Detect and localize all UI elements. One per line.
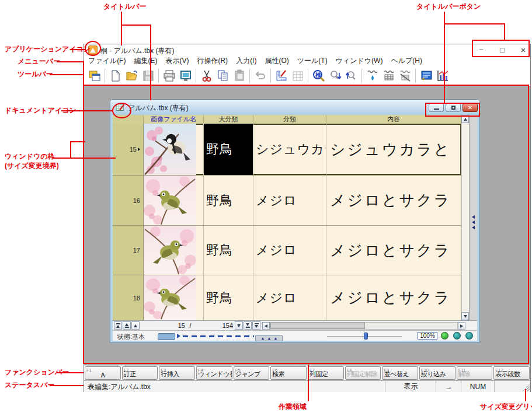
pointer-line — [444, 23, 505, 24]
status-text: 表編集:アルバム.tbx — [88, 382, 151, 392]
view-mode-cell: 表示 — [385, 381, 436, 392]
copy-icon[interactable] — [215, 68, 231, 83]
toolbar-separator — [415, 69, 416, 83]
highlight-box-document-buttons — [425, 103, 480, 117]
pointer-line — [121, 12, 122, 46]
menu-item-row-ops[interactable]: 行操作(R) — [197, 56, 228, 66]
pointer-line — [525, 389, 526, 401]
toolbar-separator — [158, 69, 159, 83]
fkey-f4[interactable]: F4ウィンドウ替 — [196, 366, 232, 380]
pointer-line — [83, 61, 84, 85]
find-prev-icon[interactable] — [343, 68, 359, 83]
pointer-line — [57, 61, 84, 62]
annotation-title-bar: タイトルバー — [103, 2, 146, 10]
fkey-f1[interactable]: F1A — [85, 366, 121, 380]
toolbar-separator — [249, 69, 250, 83]
empty-cell — [494, 381, 515, 392]
paste-icon[interactable] — [231, 68, 247, 83]
fkey-f11: F11解除 — [457, 366, 493, 380]
fkey-f2[interactable]: F2訂正 — [122, 366, 158, 380]
open-folder-icon[interactable] — [124, 68, 140, 83]
menu-item-file[interactable]: ファイル(F) — [88, 56, 126, 66]
screenshot-canvas: 桐 - アルバム.tbx (専有) − □ × ファイル(F) 編集(E) 表示… — [0, 0, 532, 413]
annotation-window-frame-2: (サイズ変更境界) — [5, 162, 59, 170]
search-kanji: 検 — [315, 72, 322, 78]
fkey-f5[interactable]: F5ジャンプ — [234, 366, 270, 380]
new-file-icon[interactable] — [107, 68, 123, 83]
undo-icon[interactable] — [252, 68, 268, 83]
filter-clear-icon[interactable] — [397, 68, 413, 83]
find-next-icon[interactable] — [327, 68, 343, 83]
highlight-box-titlebar-buttons — [472, 40, 530, 57]
function-bar: F1A F2訂正 F3行挿入 F4ウィンドウ替 F5ジャンプ F6検索 F7列固… — [84, 365, 530, 380]
fkey-f9[interactable]: F9並べ替え — [382, 366, 418, 380]
status-bar: 表編集:アルバム.tbx 表示 → NUM — [84, 380, 530, 392]
highlight-circle-document-icon — [112, 103, 131, 118]
fkey-f8: F8列固定解除 — [345, 366, 381, 380]
toolbar-separator — [270, 69, 271, 83]
graph-icon[interactable] — [434, 68, 450, 83]
fkey-f3[interactable]: F3行挿入 — [159, 366, 195, 380]
annotation-resize-grip: サイズ変更グリップ — [480, 402, 532, 411]
grid-icon[interactable] — [290, 68, 305, 83]
toolbar-separator — [105, 69, 105, 83]
toolbar-separator — [196, 69, 196, 83]
pointer-line — [308, 365, 309, 401]
fkey-f10[interactable]: F10絞り込み — [419, 366, 455, 380]
menu-item-input[interactable]: 入力(I) — [236, 56, 256, 66]
annotation-document-icon: ドキュメントアイコン — [5, 106, 77, 114]
annotation-toolbar: ツールバー — [18, 70, 53, 78]
pointer-line — [50, 74, 84, 75]
annotation-window-frame: ウィンドウの枠 — [5, 152, 55, 160]
toolbar-separator — [308, 69, 308, 83]
annotation-status-bar: ステータスバー — [5, 381, 54, 389]
cut-icon[interactable] — [199, 68, 214, 83]
menu-item-edit[interactable]: 編集(E) — [134, 56, 157, 66]
save-icon[interactable] — [140, 68, 156, 83]
menu-item-attribute[interactable]: 属性(O) — [265, 56, 288, 66]
menu-item-tools[interactable]: ツール(T) — [297, 56, 328, 66]
fkey-f6[interactable]: F6検索 — [270, 366, 307, 380]
annotation-title-bar-buttons: タイトルバーボタン — [416, 2, 481, 10]
arrow-indicator-cell: → — [436, 381, 461, 392]
search-icon[interactable]: 検 — [311, 68, 326, 83]
pointer-line — [50, 385, 84, 386]
fkey-f12[interactable]: F12表示段数 — [493, 366, 530, 380]
menu-item-help[interactable]: ヘルプ(H) — [391, 56, 422, 66]
highlight-box-work-area — [83, 85, 529, 364]
pointer-line — [70, 141, 71, 159]
pointer-line — [504, 23, 505, 40]
pointer-line — [70, 141, 85, 142]
filter-refine-icon[interactable] — [364, 68, 380, 83]
toolbar-separator — [361, 69, 362, 83]
form-icon[interactable] — [418, 68, 434, 83]
pointer-line — [150, 24, 151, 100]
screen-copy-icon[interactable] — [178, 68, 193, 83]
pointer-line — [444, 12, 445, 103]
attribute-ruler-icon[interactable] — [273, 68, 289, 83]
print-icon[interactable] — [161, 68, 177, 83]
fkey-f7[interactable]: F7列固定 — [308, 366, 344, 380]
pointer-line — [121, 24, 151, 26]
numlock-cell: NUM — [461, 381, 495, 392]
annotation-work-area: 作業領域 — [279, 402, 307, 411]
annotation-application-icon: アプリケーションアイコン — [5, 45, 91, 53]
open-table-icon[interactable] — [86, 68, 102, 83]
window-title: 桐 - アルバム.tbx (専有) — [100, 46, 174, 56]
menu-item-window[interactable]: ウィンドウ(W) — [336, 56, 383, 66]
annotation-function-bar: ファンクションバー — [5, 368, 69, 376]
annotation-menu-bar: メニューバー — [18, 57, 60, 65]
pointer-line — [53, 158, 116, 159]
menu-item-view[interactable]: 表示(V) — [165, 56, 189, 66]
filter-sort-icon[interactable] — [381, 68, 397, 83]
